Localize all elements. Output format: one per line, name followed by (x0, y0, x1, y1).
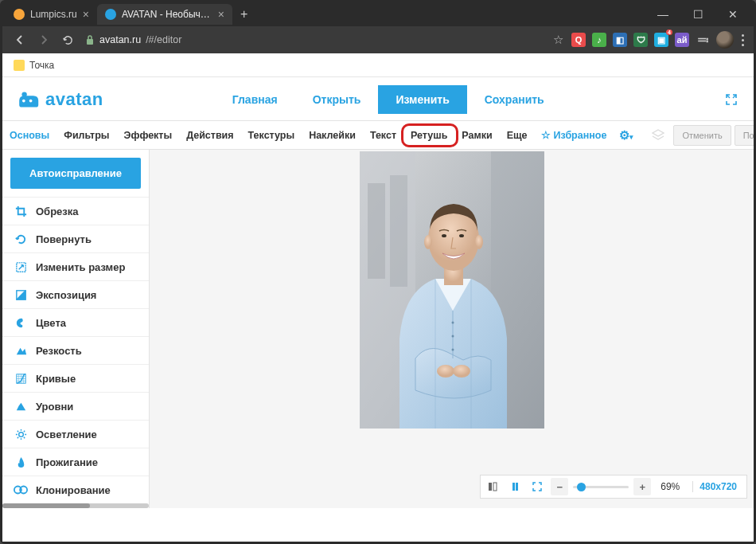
zoom-in-button[interactable]: + (633, 478, 651, 495)
autofix-button[interactable]: Автоисправление (10, 158, 141, 189)
extension-icon[interactable]: Q (571, 33, 586, 47)
nav-edit[interactable]: Изменить (378, 85, 466, 114)
minimize-button[interactable]: — (645, 2, 680, 26)
toolbar-favorites[interactable]: ☆Избранное (535, 121, 614, 149)
palette-icon (14, 315, 28, 330)
svg-point-19 (442, 234, 446, 237)
zoom-percent: 69% (656, 481, 684, 492)
svg-point-21 (424, 235, 432, 249)
image-dimensions: 480x720 (692, 481, 743, 492)
favicon-icon (14, 9, 25, 20)
browser-tab[interactable]: AVATAN - Необычный Фоторед... × (97, 4, 232, 25)
url-path: /#/editor (146, 34, 181, 45)
profile-avatar[interactable] (716, 31, 734, 49)
sidebar-item-exposure[interactable]: Экспозиция (2, 280, 149, 308)
undo-button[interactable]: Отменить (673, 125, 731, 146)
photo-preview[interactable] (360, 151, 544, 429)
avatan-logo[interactable]: avatan (17, 89, 103, 110)
app-header: avatan Главная Открыть Изменить Сохранит… (2, 77, 754, 120)
maximize-button[interactable]: ☐ (680, 2, 715, 26)
reload-button[interactable] (58, 30, 77, 49)
editor-body: Автоисправление Обрезка Повернуть Измени… (2, 150, 754, 508)
toolbar-item-retouch[interactable]: Ретушь (403, 122, 454, 149)
extension-icon[interactable]: ▣4 (654, 33, 668, 47)
fit-screen-icon[interactable] (528, 478, 546, 495)
browser-tab[interactable]: Lumpics.ru × (6, 4, 97, 25)
nav-open[interactable]: Открыть (295, 85, 379, 114)
sidebar-item-label: Прожигание (36, 456, 98, 468)
sidebar-item-curves[interactable]: Кривые (2, 364, 149, 392)
svg-point-20 (459, 234, 464, 237)
sidebar-item-burn[interactable]: Прожигание (2, 448, 149, 476)
url-display[interactable]: avatan.ru/#/editor (85, 34, 545, 45)
sidebar-item-sharpness[interactable]: Резкость (2, 336, 149, 364)
sidebar-item-label: Осветление (36, 429, 97, 440)
star-icon[interactable]: ☆ (553, 33, 563, 47)
toolbar-item-stickers[interactable]: Наклейки (302, 122, 363, 149)
window-titlebar: Lumpics.ru × AVATAN - Необычный Фоторед.… (2, 2, 754, 26)
extension-icon[interactable]: ай (675, 33, 689, 47)
nav-home[interactable]: Главная (215, 85, 295, 114)
settings-button[interactable]: ⚙▾ (613, 128, 640, 143)
redo-button[interactable]: Повторить (735, 125, 754, 146)
close-tab-icon[interactable]: × (83, 8, 89, 21)
toolbar-item-label: Ретушь (411, 130, 447, 141)
sidebar-item-label: Кривые (36, 373, 76, 385)
reading-list-icon[interactable]: ≕ (696, 33, 710, 47)
zoom-slider-thumb[interactable] (577, 483, 586, 491)
toolbar-item-textures[interactable]: Текстуры (241, 122, 302, 149)
sidebar-item-clone[interactable]: Клонирование (2, 476, 149, 503)
svg-point-2 (22, 100, 25, 103)
exposure-icon (14, 288, 28, 302)
nav-save[interactable]: Сохранить (467, 85, 562, 114)
toolbar-item-frames[interactable]: Рамки (454, 122, 499, 149)
toolbar-item-effects[interactable]: Эффекты (117, 122, 180, 149)
logo-icon (17, 89, 42, 110)
bookmark-item[interactable]: Точка (29, 60, 54, 71)
sidebar-item-lighten[interactable]: Осветление (2, 420, 149, 448)
back-button[interactable] (10, 30, 29, 49)
browser-menu-button[interactable] (740, 33, 746, 48)
canvas-statusbar: − + 69% 480x720 (480, 475, 747, 499)
sidebar-item-levels[interactable]: Уровни (2, 392, 149, 420)
close-tab-icon[interactable]: × (218, 8, 224, 21)
svg-rect-13 (368, 183, 385, 279)
sharpness-icon (14, 343, 28, 358)
zoom-out-button[interactable]: − (551, 478, 568, 495)
svg-point-15 (437, 365, 454, 378)
editor-toolbar: Основы Фильтры Эффекты Действия Текстуры… (2, 120, 754, 150)
editor-canvas[interactable]: − + 69% 480x720 (150, 150, 754, 508)
zoom-slider[interactable] (573, 486, 629, 488)
sidebar-item-label: Цвета (36, 317, 66, 329)
fullscreen-button[interactable] (725, 93, 738, 106)
flip-v-icon[interactable] (506, 478, 524, 495)
layers-icon (646, 128, 670, 143)
sidebar-item-label: Повернуть (36, 233, 92, 245)
toolbar-item-more[interactable]: Еще (500, 122, 535, 149)
extension-icon[interactable]: ♪ (592, 33, 606, 47)
new-tab-button[interactable]: + (232, 7, 255, 22)
extension-icon[interactable]: 🛡 (633, 33, 648, 47)
sidebar-scrollbar[interactable] (2, 503, 149, 508)
svg-rect-26 (489, 483, 492, 491)
extension-icon[interactable]: ◧ (613, 33, 627, 47)
sidebar-item-colors[interactable]: Цвета (2, 308, 149, 336)
svg-point-16 (453, 365, 470, 378)
levels-icon (14, 399, 28, 413)
svg-point-23 (451, 322, 454, 324)
page-content: avatan Главная Открыть Изменить Сохранит… (2, 77, 754, 542)
svg-point-25 (451, 349, 454, 351)
svg-rect-14 (390, 175, 407, 287)
flame-icon (14, 455, 28, 469)
toolbar-item-basics[interactable]: Основы (2, 122, 57, 149)
flip-h-icon[interactable] (484, 478, 501, 495)
toolbar-item-text[interactable]: Текст (363, 122, 403, 149)
sidebar-item-rotate[interactable]: Повернуть (2, 225, 149, 252)
close-window-button[interactable]: ✕ (715, 2, 750, 26)
toolbar-item-actions[interactable]: Действия (179, 122, 240, 149)
toolbar-item-filters[interactable]: Фильтры (57, 122, 116, 149)
tab-title: AVATAN - Необычный Фоторед... (122, 9, 212, 20)
sidebar-item-resize[interactable]: Изменить размер (2, 252, 149, 280)
forward-button[interactable] (34, 30, 53, 49)
sidebar-item-crop[interactable]: Обрезка (2, 197, 149, 225)
